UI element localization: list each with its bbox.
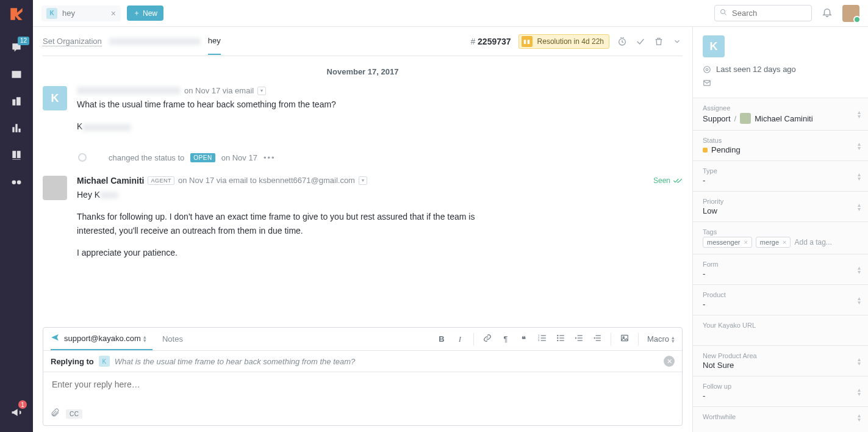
search-input[interactable] [731, 8, 806, 18]
set-organization-link[interactable]: Set Organization [43, 37, 102, 46]
assignee-avatar [740, 113, 751, 124]
signature-line: K [77, 120, 683, 133]
svg-rect-18 [596, 335, 601, 336]
cc-button[interactable]: CC [66, 409, 82, 419]
requester-name-redacted [109, 38, 201, 45]
field-followup[interactable]: Follow up - ▴▾ [693, 376, 868, 407]
bold-icon[interactable]: B [437, 334, 447, 344]
message-timestamp: on Nov 17 via email [184, 86, 254, 95]
snooze-icon[interactable] [617, 37, 628, 46]
italic-icon[interactable]: I [455, 334, 465, 344]
nav-knowledgebase[interactable] [0, 142, 33, 168]
remove-context-icon[interactable]: ✕ [664, 356, 675, 367]
from-address: support@kayako.com [64, 334, 141, 343]
quote-icon[interactable]: ❝ [519, 334, 529, 344]
brand-logo[interactable] [9, 6, 24, 22]
activity-more-icon[interactable]: ••• [264, 153, 276, 162]
svg-point-11 [557, 340, 558, 341]
notifications-icon[interactable] [822, 7, 833, 20]
svg-rect-19 [596, 337, 601, 338]
remove-tag-icon[interactable]: × [744, 239, 747, 246]
updown-icon[interactable]: ▴▾ [858, 142, 861, 150]
reply-textarea[interactable] [51, 378, 675, 400]
left-sidebar: 12 1 [0, 0, 33, 432]
trash-icon[interactable] [653, 37, 664, 46]
remove-tag-icon[interactable]: × [783, 239, 786, 246]
nav-inbox[interactable]: 12 [0, 34, 33, 61]
updown-icon[interactable]: ▴▾ [858, 357, 861, 365]
message-options-caret[interactable]: ▾ [359, 176, 367, 185]
current-user-avatar[interactable] [842, 5, 859, 22]
notes-tab[interactable]: Notes [162, 334, 183, 344]
reply-channel-tab[interactable]: support@kayako.com ▴▾ [51, 328, 152, 350]
updown-icon[interactable]: ▴▾ [858, 172, 861, 181]
field-form[interactable]: Form - ▴▾ [693, 254, 868, 285]
case-id: # 2259737 [470, 37, 511, 46]
svg-rect-13 [559, 337, 564, 338]
requester-avatar: K [43, 86, 67, 110]
message-options-caret[interactable]: ▾ [257, 87, 266, 95]
complete-icon[interactable] [635, 37, 646, 46]
field-assignee[interactable]: Assignee Support / Michael Caminiti ▴▾ [693, 98, 868, 131]
field-new-product-area[interactable]: New Product Area Not Sure ▴▾ [693, 346, 868, 376]
field-worthwhile[interactable]: Worthwhile ▴▾ [693, 407, 868, 428]
updown-icon[interactable]: ▴▾ [858, 413, 861, 422]
link-icon[interactable] [482, 334, 492, 344]
new-button-label: New [143, 9, 157, 18]
attachment-icon[interactable] [51, 408, 60, 419]
reply-tabs: support@kayako.com ▴▾ Notes B I ¶ ❝ 123 [43, 328, 682, 351]
reply-composer: support@kayako.com ▴▾ Notes B I ¶ ❝ 123 [43, 327, 683, 426]
svg-rect-3 [541, 335, 546, 336]
top-bar: K hey × ＋ New [33, 0, 868, 27]
updown-icon[interactable]: ▴▾ [858, 110, 861, 118]
replying-to-label: Replying to [51, 357, 94, 366]
svg-rect-12 [559, 335, 564, 336]
message-line: What is the usual time frame to hear bac… [77, 98, 683, 111]
chevron-down-icon[interactable] [672, 37, 683, 46]
tag-chip[interactable]: merge× [756, 237, 791, 248]
indent-icon[interactable] [592, 334, 602, 344]
search-box[interactable] [714, 5, 812, 21]
outdent-icon[interactable] [574, 334, 584, 344]
field-type[interactable]: Type - ▴▾ [693, 161, 868, 192]
updown-icon[interactable]: ▴▾ [858, 296, 861, 304]
field-tags[interactable]: Tags messenger× merge× Add a tag... [693, 222, 868, 254]
quoted-text: What is the usual time frame to hear bac… [115, 357, 356, 366]
date-separator: November 17, 2017 [43, 67, 683, 76]
email-icon[interactable] [703, 79, 858, 89]
macro-button[interactable]: Macro ▴▾ [647, 334, 675, 344]
updown-icon[interactable]: ▴▾ [858, 265, 861, 274]
editor-toolbar: B I ¶ ❝ 123 Macro ▴▾ [437, 333, 675, 345]
conversation-scroll: November 17, 2017 K on Nov 17 via email … [43, 56, 683, 325]
nav-contacts[interactable] [0, 61, 33, 88]
close-tab-icon[interactable]: × [111, 9, 116, 18]
announce-count-badge: 1 [18, 400, 27, 409]
field-product[interactable]: Product - ▴▾ [693, 285, 868, 315]
new-button[interactable]: ＋ New [127, 5, 163, 21]
field-kayako-url[interactable]: Your Kayako URL [693, 315, 868, 346]
add-tag-input[interactable]: Add a tag... [794, 238, 831, 247]
nav-announcements[interactable]: 1 [0, 399, 33, 426]
updown-icon[interactable]: ▴▾ [858, 203, 861, 211]
list-bullet-icon[interactable] [556, 334, 565, 344]
updown-icon[interactable]: ▴▾ [858, 387, 861, 396]
list-ordered-icon[interactable]: 123 [537, 334, 547, 344]
field-status[interactable]: Status Pending ▴▾ [693, 131, 868, 161]
nav-reports[interactable] [0, 115, 33, 142]
main-panel: Set Organization hey # 2259737 ▮▮ Resolu… [33, 27, 692, 432]
nav-organizations[interactable] [0, 88, 33, 115]
nav-eyewear[interactable] [0, 168, 33, 195]
sla-badge[interactable]: ▮▮ Resolution in 4d 22h [518, 34, 609, 49]
svg-point-0 [721, 10, 725, 14]
image-icon[interactable] [620, 334, 629, 344]
right-panel: K Last seen 12 days ago Assignee Support… [692, 27, 868, 432]
message-requester: K on Nov 17 via email ▾ What is the usua… [43, 86, 683, 142]
seen-indicator: Seen [653, 176, 683, 185]
activity-status-badge: OPEN [190, 153, 215, 162]
updown-icon[interactable]: ▴▾ [143, 335, 146, 342]
open-tab[interactable]: K hey × [41, 5, 121, 21]
paragraph-icon[interactable]: ¶ [501, 334, 511, 344]
svg-rect-20 [596, 340, 601, 341]
field-priority[interactable]: Priority Low ▴▾ [693, 192, 868, 222]
tag-chip[interactable]: messenger× [703, 237, 752, 248]
